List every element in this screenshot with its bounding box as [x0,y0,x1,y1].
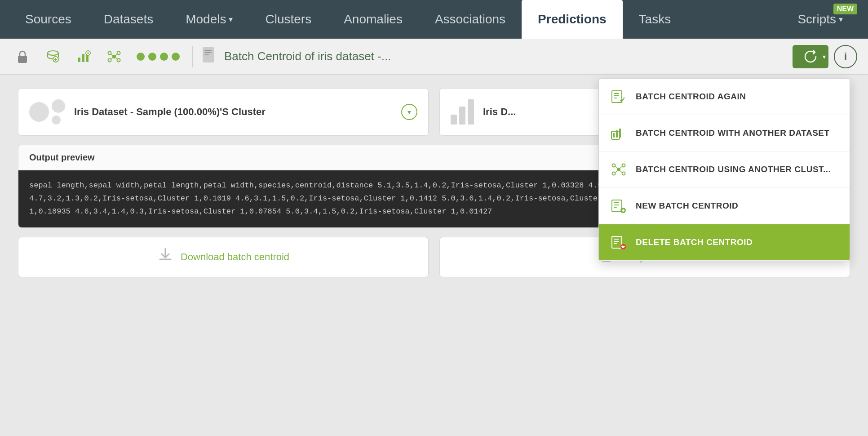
dropdown-item-new-batch[interactable]: NEW BATCH CENTROID [599,188,850,224]
svg-rect-48 [614,241,619,242]
svg-rect-43 [614,205,619,205]
nav-predictions-label: Predictions [538,12,606,27]
refresh-button[interactable]: ▾ [793,45,828,68]
svg-rect-30 [616,130,618,138]
svg-rect-31 [619,129,621,138]
svg-point-8 [108,51,111,54]
dot-1 [137,53,145,61]
nav-item-models[interactable]: Models ▾ [169,0,249,39]
dot-3 [160,53,168,61]
nav-datasets-label: Datasets [104,12,154,27]
delete-icon [610,233,628,251]
download-action-card[interactable]: Download batch centroid [18,237,429,277]
svg-line-40 [620,171,622,173]
svg-point-33 [612,164,616,167]
nav-item-clusters[interactable]: Clusters [249,0,328,39]
bubble-large [29,102,49,122]
svg-point-11 [117,58,120,62]
cluster-icon[interactable] [102,45,126,68]
svg-rect-17 [204,50,212,51]
new-batch-label: NEW BATCH CENTROID [636,201,738,211]
nav-item-predictions[interactable]: Predictions [522,0,622,39]
svg-point-32 [617,168,620,171]
nav-models-label: Models [186,12,226,27]
main-content: Iris Dataset - Sample (100.00%)'S Cluste… [0,75,868,291]
svg-line-15 [115,58,117,59]
svg-rect-49 [614,243,617,244]
dot-2 [148,53,156,61]
cluster-bubble-icon [29,99,65,125]
toolbar-title-text: Batch Centroid of iris dataset -... [224,49,391,63]
svg-rect-18 [204,52,212,53]
toolbar-separator [192,46,193,67]
svg-rect-28 [611,131,620,139]
scripts-arrow-icon: ▾ [839,14,843,24]
nav-scripts-label: Scripts [797,12,836,27]
chart-icon[interactable] [72,45,95,68]
svg-point-35 [612,172,616,175]
another-cluster-icon [610,160,628,178]
svg-line-37 [615,166,617,168]
bar-1 [451,115,457,125]
lock-icon[interactable] [11,45,34,68]
source-card-dropdown[interactable]: ▾ [401,104,417,120]
dropdown-item-another-dataset[interactable]: BATCH CENTROID WITH ANOTHER DATASET [599,115,850,151]
top-navigation: Sources Datasets Models ▾ Clusters Anoma… [0,0,868,39]
nav-item-datasets[interactable]: Datasets [88,0,170,39]
another-cluster-label: BATCH CENTROID USING ANOTHER CLUST... [636,165,831,174]
svg-point-1 [48,51,58,55]
new-badge: NEW [833,4,857,14]
nav-associations-label: Associations [435,12,505,27]
svg-rect-44 [614,207,617,208]
svg-rect-4 [82,54,84,62]
bubble-medium [52,99,65,113]
svg-rect-19 [204,54,209,55]
svg-rect-27 [614,98,617,98]
svg-point-10 [108,58,111,62]
dropdown-item-delete[interactable]: DELETE BATCH CENTROID [599,224,850,261]
nav-item-anomalies[interactable]: Anomalies [328,0,419,39]
info-button[interactable]: i [834,45,857,68]
source-card: Iris Dataset - Sample (100.00%)'S Cluste… [18,88,429,136]
svg-line-14 [111,58,113,59]
svg-rect-3 [78,58,80,62]
database-icon[interactable] [41,45,65,68]
nav-item-scripts[interactable]: Scripts ▾ NEW [781,0,859,39]
dropdown-menu: BATCH CENTROID AGAIN BATCH CENTROID WITH… [598,78,850,261]
batch-again-icon [610,88,628,106]
svg-rect-26 [614,95,619,96]
nav-item-tasks[interactable]: Tasks [623,0,687,39]
svg-rect-42 [614,202,619,203]
another-dataset-icon [610,124,628,142]
svg-line-13 [115,54,117,56]
bar-3 [468,99,474,125]
bar-chart-icon [451,99,474,125]
toolbar-title-area: Batch Centroid of iris dataset -... [202,46,785,67]
svg-point-34 [622,164,625,167]
delete-label: DELETE BATCH CENTROID [636,237,753,247]
nav-sources-label: Sources [25,12,71,27]
nav-item-sources[interactable]: Sources [9,0,88,39]
svg-line-38 [620,166,622,168]
bar-2 [459,107,465,125]
svg-rect-25 [614,93,619,94]
svg-rect-41 [612,200,622,212]
svg-rect-46 [612,236,622,248]
dropdown-item-batch-again[interactable]: BATCH CENTROID AGAIN [599,79,850,115]
dropdown-item-another-cluster[interactable]: BATCH CENTROID USING ANOTHER CLUST... [599,151,850,188]
source-card-label: Iris Dataset - Sample (100.00%)'S Cluste… [74,106,392,118]
nav-anomalies-label: Anomalies [344,12,403,27]
dot-4 [172,53,180,61]
toolbar-right: ▾ i [793,45,857,68]
info-label: i [844,51,847,62]
nav-item-associations[interactable]: Associations [419,0,522,39]
nav-tasks-label: Tasks [639,12,671,27]
new-batch-icon [610,197,628,215]
svg-line-39 [615,171,617,173]
svg-rect-29 [613,133,615,138]
svg-rect-0 [18,56,27,63]
toolbar: Batch Centroid of iris dataset -... ▾ i [0,39,868,75]
document-icon [202,46,218,67]
svg-rect-47 [614,239,619,240]
nav-clusters-label: Clusters [265,12,311,27]
